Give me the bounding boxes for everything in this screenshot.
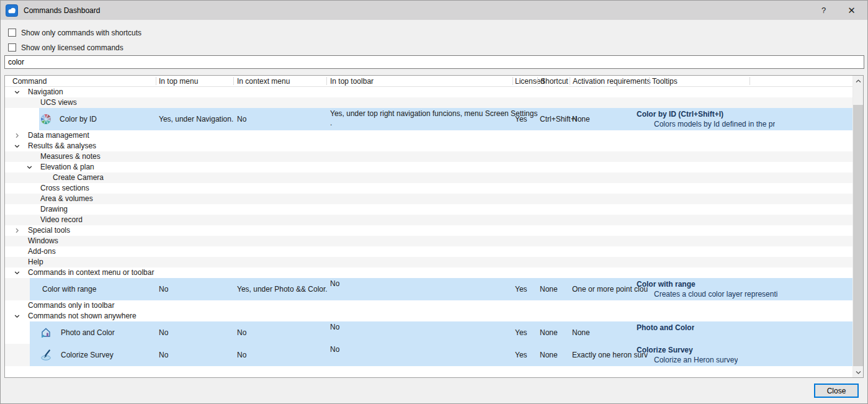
show-licensed-checkbox[interactable]: Show only licensed commands — [8, 43, 123, 52]
tooltip-body: Colors models by Id defined in the pr — [654, 120, 775, 129]
checkbox-label: Show only licensed commands — [21, 43, 123, 52]
photo-and-color-icon — [40, 327, 51, 338]
column-header-tooltips[interactable]: Tooltips — [652, 76, 678, 87]
column-separator — [512, 77, 513, 85]
tooltip-title: Colorize Survey — [637, 346, 693, 355]
tooltip-title: Photo and Color — [637, 323, 694, 333]
cell-in-top-menu: Yes, under Navigation. — [159, 114, 233, 124]
column-header-top-menu[interactable]: In top menu — [159, 76, 198, 87]
table-row[interactable]: Navigation — [5, 87, 852, 97]
tooltip-title: Color with range — [637, 280, 696, 289]
category-label: Area & volumes — [40, 194, 93, 204]
cell-in-top-toolbar: Yes, under top right navigation funcions… — [330, 109, 541, 128]
search-input[interactable] — [4, 55, 864, 69]
table-row[interactable]: Elevation & plan — [5, 162, 852, 173]
chevron-expanded-icon[interactable] — [14, 89, 20, 95]
tooltip-body: Creates a cloud color layer representi — [654, 290, 777, 299]
cell-licensed: Yes — [515, 114, 527, 124]
table-row[interactable]: Drawing — [5, 204, 852, 215]
column-separator — [537, 77, 538, 85]
cell-shortcut: None — [540, 350, 558, 360]
column-separator — [749, 77, 750, 85]
command-label: Colorize Survey — [61, 350, 114, 360]
table-row[interactable]: Commands in context menu or toolbar — [5, 267, 852, 278]
show-shortcuts-checkbox[interactable]: Show only commands with shortcuts — [8, 28, 141, 37]
cell-licensed: Yes — [515, 328, 527, 338]
table-row[interactable]: Help — [5, 257, 852, 267]
table-row[interactable]: Cross sections — [5, 183, 852, 194]
checkbox-box[interactable] — [8, 43, 16, 52]
tooltip-title: Color by ID (Ctrl+Shift+I) — [637, 110, 723, 119]
chevron-collapsed-icon[interactable] — [14, 133, 20, 138]
scrollbar-thumb[interactable] — [853, 105, 863, 366]
cell-in-top-toolbar: No — [330, 279, 541, 289]
table-row[interactable]: Results && analyses — [5, 141, 852, 151]
scroll-down-icon[interactable] — [853, 367, 863, 377]
table-row[interactable]: Add-ons — [5, 246, 852, 257]
column-header-context-menu[interactable]: In context menu — [237, 76, 290, 87]
scroll-up-icon[interactable] — [853, 76, 863, 86]
category-label: Commands in context menu or toolbar — [28, 267, 154, 278]
category-label: Drawing — [40, 204, 68, 215]
column-header-command[interactable]: Command — [12, 76, 47, 87]
title-bar[interactable]: Commands Dashboard ? ✕ — [1, 1, 867, 20]
category-label: Create Camera — [53, 173, 104, 183]
table-row[interactable]: Windows — [5, 236, 852, 246]
cell-in-context-menu: No — [237, 350, 246, 360]
cell-in-context-menu: Yes, under Photo && Color. — [237, 284, 328, 294]
chevron-expanded-icon[interactable] — [27, 164, 32, 170]
column-header-activation[interactable]: Activation requirements — [573, 76, 650, 87]
table-row[interactable]: Special tools — [5, 225, 852, 236]
category-label: UCS views — [40, 97, 77, 108]
colorize-survey-icon — [40, 349, 51, 361]
category-label: Commands not shown anywhere — [28, 311, 136, 321]
column-header-top-toolbar[interactable]: In top toolbar — [330, 76, 374, 87]
tooltip-body: Colorize an Heron survey — [654, 356, 738, 365]
window-title: Commands Dashboard — [24, 6, 100, 15]
checkbox-box[interactable] — [8, 29, 16, 37]
category-label: Cross sections — [40, 183, 89, 194]
category-label: Commands only in toolbar — [28, 300, 114, 311]
chevron-collapsed-icon[interactable] — [14, 228, 20, 233]
category-label: Help — [28, 257, 43, 267]
table-row[interactable]: Video record — [5, 215, 852, 225]
table-row[interactable]: Colorize SurveyNoNoNoYesNoneExactly one … — [5, 344, 852, 366]
cell-in-top-menu: No — [159, 284, 168, 294]
category-label: Add-ons — [28, 246, 56, 257]
column-separator — [156, 77, 156, 85]
color-by-id-icon — [40, 114, 51, 125]
table-header: Command In top menu In context menu In t… — [5, 76, 852, 87]
command-label: Color with range — [42, 284, 96, 294]
table-row[interactable]: Color by IDYes, under Navigation.NoYes, … — [5, 108, 852, 130]
vertical-scrollbar[interactable] — [852, 76, 863, 377]
cell-in-top-menu: No — [159, 328, 168, 338]
table-row[interactable]: UCS views — [5, 97, 852, 108]
cell-in-top-toolbar: No — [330, 323, 541, 332]
column-separator — [570, 77, 570, 85]
category-label: Measures & notes — [40, 151, 101, 162]
table-row[interactable]: Photo and ColorNoNoNoYesNoneNonePhoto an… — [5, 321, 852, 344]
close-button[interactable]: Close — [814, 384, 859, 398]
table-row[interactable]: Commands not shown anywhere — [5, 311, 852, 321]
chevron-expanded-icon[interactable] — [14, 270, 20, 276]
chevron-expanded-icon[interactable] — [14, 143, 20, 149]
help-button[interactable]: ? — [810, 1, 838, 20]
chevron-expanded-icon[interactable] — [14, 313, 20, 319]
table-row[interactable]: Area & volumes — [5, 194, 852, 204]
command-label: Photo and Color — [61, 328, 115, 338]
table-body: NavigationUCS viewsColor by IDYes, under… — [5, 87, 852, 377]
category-label: Elevation & plan — [40, 162, 94, 173]
category-label: Navigation — [28, 87, 63, 97]
table-row[interactable]: Measures & notes — [5, 151, 852, 162]
category-label: Windows — [28, 236, 58, 246]
checkbox-label: Show only commands with shortcuts — [21, 29, 141, 37]
category-label: Results && analyses — [28, 141, 96, 151]
table-row[interactable]: Data management — [5, 130, 852, 141]
table-row[interactable]: Commands only in toolbar — [5, 300, 852, 311]
app-icon — [6, 4, 18, 17]
table-row[interactable]: Create Camera — [5, 173, 852, 183]
table-row[interactable]: Color with rangeNoYes, under Photo && Co… — [5, 278, 852, 300]
cell-in-top-toolbar: No — [330, 345, 541, 354]
window-close-icon[interactable]: ✕ — [838, 1, 866, 20]
column-header-shortcut[interactable]: Shortcut — [540, 76, 568, 87]
